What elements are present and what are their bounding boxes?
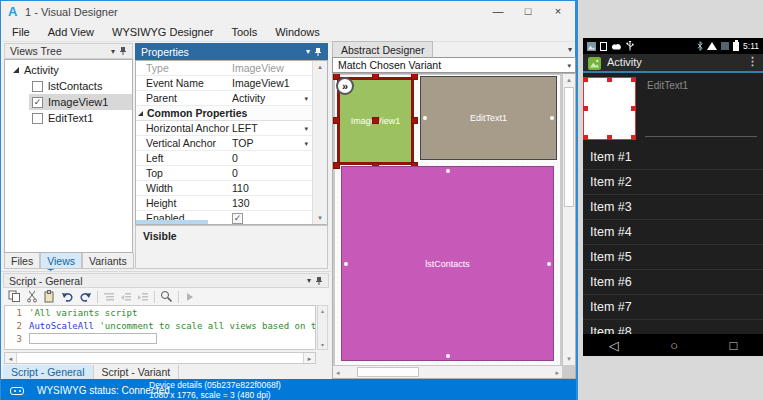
- editor-vertical-scrollbar[interactable]: ▴ ▾: [317, 305, 328, 350]
- dropdown-icon[interactable]: ▾: [304, 140, 308, 148]
- scroll-right-icon[interactable]: ▸: [555, 369, 559, 377]
- list-item[interactable]: Item #2: [583, 170, 763, 195]
- edittext-hint[interactable]: EditText1: [647, 80, 688, 91]
- scroll-down-icon[interactable]: ▾: [318, 341, 327, 348]
- property-row-horizontal-anchor[interactable]: Horizontal Anchor LEFT ▾: [136, 121, 312, 136]
- nav-home-icon[interactable]: ○: [670, 338, 678, 353]
- checkbox-edittext1[interactable]: [32, 113, 43, 124]
- layout-surface[interactable]: » ImageView1: [335, 75, 560, 365]
- section-expander-icon[interactable]: [138, 111, 143, 116]
- scrollbar-thumb[interactable]: [357, 367, 419, 377]
- nav-back-icon[interactable]: ◁: [609, 338, 619, 353]
- expand-toolbar-button[interactable]: »: [336, 77, 354, 95]
- tree-item-edittext1[interactable]: EditText1: [29, 110, 132, 126]
- selection-handle[interactable]: [411, 73, 418, 80]
- comment-button[interactable]: [103, 291, 115, 303]
- enabled-checkbox[interactable]: ✓: [232, 213, 243, 224]
- property-section-common[interactable]: Common Properties: [136, 106, 312, 121]
- property-row-top[interactable]: Top 0: [136, 166, 312, 181]
- property-row-height[interactable]: Height 130: [136, 196, 312, 211]
- indent-increase-button[interactable]: [137, 291, 149, 303]
- close-button[interactable]: ×: [543, 1, 573, 21]
- tab-files[interactable]: Files: [4, 253, 40, 269]
- canvas-vertical-scrollbar[interactable]: ▴ ▾: [562, 74, 575, 365]
- pin-icon[interactable]: [315, 276, 323, 286]
- script-editor[interactable]: 1 'All variants script 2 AutoScaleAll 'u…: [4, 305, 316, 350]
- list-item[interactable]: Item #8: [583, 320, 763, 334]
- tree-item-lstcontacts[interactable]: lstContacts: [29, 78, 132, 94]
- list-item[interactable]: Item #7: [583, 295, 763, 320]
- panel-dropdown-icon[interactable]: ▾: [307, 276, 311, 285]
- list-item[interactable]: Item #1: [583, 145, 763, 170]
- list-item[interactable]: Item #4: [583, 220, 763, 245]
- overflow-menu-icon[interactable]: ⋮: [747, 55, 758, 68]
- designer-view-edittext1[interactable]: EditText1: [420, 76, 557, 160]
- tab-variants[interactable]: Variants: [82, 253, 134, 269]
- checkbox-lstcontacts[interactable]: [32, 81, 43, 92]
- scroll-left-icon[interactable]: ◂: [336, 369, 340, 377]
- tab-views-tree[interactable]: Views Tree: [40, 253, 82, 269]
- dropdown-icon[interactable]: ▾: [304, 95, 308, 103]
- redo-button[interactable]: [79, 291, 92, 303]
- selection-handle[interactable]: [333, 117, 340, 124]
- canvas-horizontal-scrollbar[interactable]: ◂ ▸: [333, 365, 562, 378]
- script-toolbar: [3, 288, 329, 305]
- tab-script-general[interactable]: Script - General: [3, 365, 94, 379]
- tree-item-imageview1[interactable]: ✓ ImageView1: [29, 94, 132, 110]
- property-row-width[interactable]: Width 110: [136, 181, 312, 196]
- checkbox-imageview1[interactable]: ✓: [32, 97, 43, 108]
- device-imageview[interactable]: [583, 77, 636, 140]
- menu-file[interactable]: File: [3, 23, 39, 41]
- selection-handle: [631, 135, 636, 140]
- property-row-vertical-anchor[interactable]: Vertical Anchor TOP ▾: [136, 136, 312, 151]
- designer-view-lstcontacts[interactable]: lstContacts: [341, 166, 554, 361]
- list-item[interactable]: Item #3: [583, 195, 763, 220]
- scroll-down-icon[interactable]: ▾: [313, 214, 327, 222]
- list-item[interactable]: Item #5: [583, 245, 763, 270]
- editor-horizontal-scrollbar[interactable]: ◂ ▸: [4, 352, 316, 364]
- property-row-parent[interactable]: Parent Activity ▾: [136, 91, 312, 106]
- dropdown-icon[interactable]: ▾: [304, 125, 308, 133]
- scroll-up-icon[interactable]: ▴: [563, 76, 575, 84]
- selection-handle[interactable]: [372, 117, 379, 124]
- property-row-left[interactable]: Left 0: [136, 151, 312, 166]
- list-item[interactable]: Item #6: [583, 270, 763, 295]
- minimize-button[interactable]: —: [483, 1, 513, 21]
- paste-button[interactable]: [43, 290, 56, 303]
- selection-handle[interactable]: [411, 117, 418, 124]
- scroll-right-icon[interactable]: ▸: [303, 353, 315, 363]
- menu-tools[interactable]: Tools: [222, 23, 266, 41]
- nav-recents-icon[interactable]: □: [729, 338, 737, 353]
- properties-panel: Properties ▾ Type ImageView Event Name I…: [135, 43, 328, 269]
- copy-button[interactable]: [8, 290, 21, 303]
- maximize-button[interactable]: □: [513, 1, 543, 21]
- selection-handle[interactable]: [372, 73, 379, 80]
- pin-icon[interactable]: [314, 47, 322, 57]
- tabstrip-dropdown-icon[interactable]: ▾: [568, 45, 572, 54]
- indent-decrease-button[interactable]: [120, 291, 132, 303]
- run-script-button[interactable]: [184, 291, 195, 303]
- undo-button[interactable]: [61, 291, 74, 303]
- abstract-designer-canvas[interactable]: » ImageView1: [332, 73, 576, 379]
- property-row-event-name[interactable]: Event Name ImageView1: [136, 76, 312, 91]
- menu-windows[interactable]: Windows: [266, 23, 329, 41]
- menu-add-view[interactable]: Add View: [39, 23, 103, 41]
- tab-abstract-designer[interactable]: Abstract Designer: [332, 41, 433, 57]
- search-button[interactable]: [160, 290, 173, 303]
- pin-icon[interactable]: [119, 46, 127, 56]
- scrollbar-thumb[interactable]: [564, 87, 574, 207]
- tree-expander-icon[interactable]: [13, 67, 19, 73]
- scroll-left-icon[interactable]: ◂: [5, 353, 17, 363]
- properties-scrollbar[interactable]: ▴ ▾: [312, 61, 327, 224]
- menu-wysiwyg-designer[interactable]: WYSIWYG Designer: [103, 23, 222, 41]
- scroll-up-icon[interactable]: ▴: [313, 63, 327, 71]
- panel-dropdown-icon[interactable]: ▾: [306, 47, 310, 56]
- tab-script-variant[interactable]: Script - Variant: [94, 365, 180, 379]
- selection-handle[interactable]: [333, 162, 340, 169]
- scroll-up-icon[interactable]: ▴: [318, 307, 327, 314]
- tree-node-activity[interactable]: Activity: [5, 60, 132, 78]
- scroll-down-icon[interactable]: ▾: [563, 355, 575, 363]
- panel-dropdown-icon[interactable]: ▾: [111, 47, 115, 56]
- cut-button[interactable]: [26, 290, 38, 303]
- variant-dropdown[interactable]: Match Chosen Variant ▾: [332, 57, 576, 73]
